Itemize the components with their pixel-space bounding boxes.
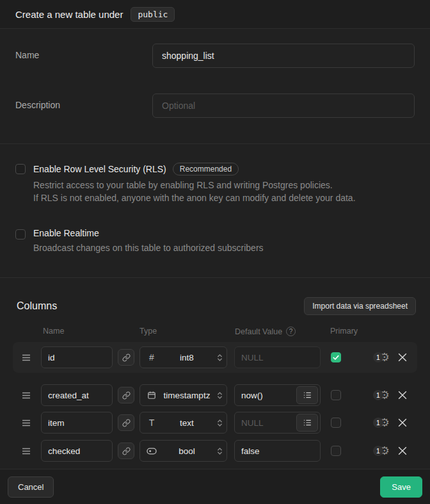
column-row-item: T text 1 ⚙ <box>13 412 417 434</box>
create-table-dialog: Create a new table under public Name Des… <box>0 0 430 504</box>
realtime-checkbox[interactable] <box>15 229 26 240</box>
primary-checkbox[interactable] <box>331 446 341 456</box>
column-settings-button[interactable]: 1 ⚙ <box>373 417 390 428</box>
column-name-input[interactable] <box>41 412 113 434</box>
table-name-input[interactable] <box>152 44 415 68</box>
description-field-row: Description <box>15 93 415 118</box>
column-settings-button[interactable]: 1 ⚙ <box>373 445 390 457</box>
drag-handle-icon[interactable] <box>22 419 32 427</box>
drag-handle-icon[interactable] <box>22 354 32 361</box>
drag-handle-icon[interactable] <box>22 392 32 399</box>
rls-description-line2: If RLS is not enabled, anyone with the a… <box>33 191 356 204</box>
cancel-button[interactable]: Cancel <box>8 476 54 498</box>
foreign-key-link-button[interactable] <box>118 414 134 431</box>
default-value-cell <box>234 412 321 434</box>
default-value-picker-button[interactable] <box>296 386 318 404</box>
dialog-footer: Cancel Save <box>0 469 430 504</box>
columns-section: Columns Import data via spreadsheet Name… <box>0 278 430 469</box>
header-primary: Primary <box>330 327 358 336</box>
primary-checkbox[interactable] <box>331 352 341 362</box>
header-type: Type <box>139 327 157 336</box>
column-name-input[interactable] <box>41 346 113 368</box>
delete-column-button[interactable] <box>398 418 407 427</box>
rls-toggle-block: Enable Row Level Security (RLS) Recommen… <box>15 163 415 204</box>
recommended-badge: Recommended <box>173 163 239 175</box>
rls-content: Enable Row Level Security (RLS) Recommen… <box>33 163 356 204</box>
table-info-section: Name Description <box>0 29 430 144</box>
column-type-select[interactable]: # int8 <box>139 346 227 368</box>
settings-count-badge: 1 <box>373 418 383 428</box>
settings-count-badge: 1 <box>373 446 383 456</box>
rls-label: Enable Row Level Security (RLS) <box>33 164 166 174</box>
column-type-label: text <box>162 418 212 428</box>
name-field-row: Name <box>15 44 415 68</box>
calendar-icon <box>147 391 157 400</box>
toggle-icon <box>147 448 157 455</box>
foreign-key-link-button[interactable] <box>118 443 134 459</box>
delete-column-button[interactable] <box>398 391 407 400</box>
foreign-key-link-button[interactable] <box>118 387 134 403</box>
column-row-checked: bool 1 ⚙ <box>13 440 417 462</box>
text-type-icon: T <box>147 418 157 428</box>
column-type-label: bool <box>162 446 212 456</box>
column-type-select[interactable]: timestamptz <box>139 384 227 406</box>
default-value-cell <box>234 384 321 406</box>
description-label: Description <box>15 93 152 110</box>
columns-header-row: Name Type Default Value ? Primary <box>13 327 417 336</box>
primary-checkbox[interactable] <box>331 418 341 428</box>
primary-checkbox[interactable] <box>331 390 341 400</box>
chevron-up-down-icon <box>217 353 223 362</box>
column-type-select[interactable]: T text <box>139 412 227 434</box>
table-description-input[interactable] <box>152 93 415 118</box>
column-row-id: # int8 1 ⚙ <box>13 342 417 373</box>
header-default-value: Default Value ? <box>235 327 296 336</box>
column-type-label: timestamptz <box>162 391 212 400</box>
table-options-section: Enable Row Level Security (RLS) Recommen… <box>0 144 430 278</box>
drag-handle-icon[interactable] <box>22 448 32 455</box>
hash-icon: # <box>147 352 157 362</box>
settings-count-badge: 1 <box>373 390 383 400</box>
rls-description-line1: Restrict access to your table by enablin… <box>33 179 356 191</box>
foreign-key-link-button[interactable] <box>118 349 134 366</box>
delete-column-button[interactable] <box>398 353 407 362</box>
columns-title: Columns <box>17 300 57 312</box>
default-value-picker-button[interactable] <box>296 414 318 432</box>
delete-column-button[interactable] <box>398 446 407 455</box>
import-spreadsheet-button[interactable]: Import data via spreadsheet <box>304 297 416 315</box>
column-row-created-at: timestamptz 1 ⚙ <box>13 384 417 406</box>
dialog-title: Create a new table under <box>15 9 123 20</box>
chevron-up-down-icon <box>217 391 223 400</box>
default-value-cell <box>234 440 321 462</box>
column-settings-button[interactable]: 1 ⚙ <box>373 352 390 363</box>
name-label: Name <box>15 44 152 60</box>
default-value-input <box>235 347 320 368</box>
column-settings-button[interactable]: 1 ⚙ <box>373 389 390 401</box>
realtime-content: Enable Realtime Broadcast changes on thi… <box>33 228 264 254</box>
schema-badge: public <box>131 7 175 22</box>
column-name-input[interactable] <box>41 384 113 406</box>
column-type-select[interactable]: bool <box>139 440 227 462</box>
column-name-input[interactable] <box>41 440 113 462</box>
realtime-label: Enable Realtime <box>33 228 99 238</box>
chevron-up-down-icon <box>217 446 223 456</box>
chevron-up-down-icon <box>217 418 223 428</box>
help-icon[interactable]: ? <box>286 327 296 336</box>
save-button[interactable]: Save <box>380 476 422 498</box>
default-value-cell <box>234 346 321 368</box>
realtime-description: Broadcast changes on this table to autho… <box>33 241 264 254</box>
header-name: Name <box>43 327 64 336</box>
column-type-label: int8 <box>162 353 212 362</box>
realtime-toggle-block: Enable Realtime Broadcast changes on thi… <box>15 228 415 254</box>
rls-checkbox[interactable] <box>15 164 26 174</box>
dialog-header: Create a new table under public <box>0 0 430 29</box>
settings-count-badge: 1 <box>373 352 383 362</box>
default-value-input[interactable] <box>235 441 320 461</box>
